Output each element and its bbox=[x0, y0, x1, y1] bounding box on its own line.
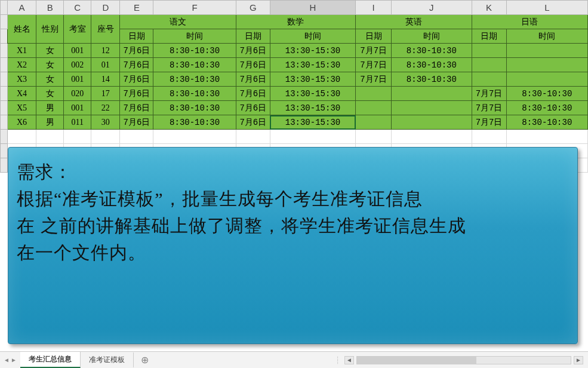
cell-K5[interactable] bbox=[472, 58, 506, 72]
sheet-tab-summary[interactable]: 考生汇总信息 bbox=[20, 352, 81, 368]
cell-B7[interactable]: 女 bbox=[36, 87, 64, 101]
cell-H9[interactable]: 13:30-15:30 bbox=[270, 115, 355, 130]
hdr-subject-3[interactable]: 日语 bbox=[472, 15, 588, 29]
cell-J7[interactable] bbox=[392, 87, 472, 101]
select-all-corner[interactable] bbox=[1, 1, 8, 15]
cell-L6[interactable] bbox=[506, 72, 587, 87]
cell-G5[interactable]: 7月6日 bbox=[236, 58, 270, 72]
cell-I8[interactable] bbox=[356, 101, 392, 115]
cell-L8[interactable]: 8:30-10:30 bbox=[506, 101, 587, 115]
cell-E9[interactable]: 7月6日 bbox=[120, 115, 153, 130]
cell-J6[interactable]: 8:30-10:30 bbox=[392, 72, 472, 87]
cell-F7[interactable]: 8:30-10:30 bbox=[153, 87, 236, 101]
cell-I9[interactable] bbox=[356, 115, 392, 130]
cell-D6[interactable]: 14 bbox=[91, 72, 120, 87]
cell-K4[interactable] bbox=[472, 44, 506, 58]
cell-I10[interactable] bbox=[356, 130, 392, 144]
hdr-time-0[interactable]: 时间 bbox=[153, 29, 236, 44]
cell-E4[interactable]: 7月6日 bbox=[120, 44, 153, 58]
cell-B10[interactable] bbox=[36, 130, 64, 144]
cell-K7[interactable]: 7月7日 bbox=[472, 87, 506, 101]
cell-A4[interactable]: X1 bbox=[8, 44, 36, 58]
cell-D5[interactable]: 01 bbox=[91, 58, 120, 72]
col-C[interactable]: C bbox=[64, 1, 91, 15]
cell-J9[interactable] bbox=[392, 115, 472, 130]
row-header-9[interactable] bbox=[1, 115, 8, 130]
cell-D7[interactable]: 17 bbox=[91, 87, 120, 101]
cell-C9[interactable]: 011 bbox=[64, 115, 91, 130]
hdr-date-2[interactable]: 日期 bbox=[356, 29, 392, 44]
cell-J8[interactable] bbox=[392, 101, 472, 115]
row-header-6[interactable] bbox=[1, 72, 8, 87]
col-I[interactable]: I bbox=[356, 1, 392, 15]
cell-D10[interactable] bbox=[91, 130, 120, 144]
cell-H6[interactable]: 13:30-15:30 bbox=[270, 72, 355, 87]
cell-I5[interactable]: 7月7日 bbox=[356, 58, 392, 72]
row-header-7[interactable] bbox=[1, 87, 8, 101]
cell-G4[interactable]: 7月6日 bbox=[236, 44, 270, 58]
cell-A10[interactable] bbox=[8, 130, 36, 144]
row-header-11[interactable] bbox=[1, 144, 8, 158]
hdr-date-3[interactable]: 日期 bbox=[472, 29, 506, 44]
cell-G10[interactable] bbox=[236, 130, 270, 144]
cell-I4[interactable]: 7月7日 bbox=[356, 44, 392, 58]
hdr-date-1[interactable]: 日期 bbox=[236, 29, 270, 44]
cell-G7[interactable]: 7月6日 bbox=[236, 87, 270, 101]
cell-L9[interactable]: 8:30-10:30 bbox=[506, 115, 587, 130]
add-sheet-button[interactable]: ⊕ bbox=[134, 354, 156, 366]
hdr-subject-1[interactable]: 数学 bbox=[236, 15, 355, 29]
cell-F8[interactable]: 8:30-10:30 bbox=[153, 101, 236, 115]
cell-I7[interactable] bbox=[356, 87, 392, 101]
cell-H10[interactable] bbox=[270, 130, 355, 144]
cell-J10[interactable] bbox=[392, 130, 472, 144]
cell-H4[interactable]: 13:30-15:30 bbox=[270, 44, 355, 58]
cell-L5[interactable] bbox=[506, 58, 587, 72]
hdr-date-0[interactable]: 日期 bbox=[120, 29, 153, 44]
hdr-subject-0[interactable]: 语文 bbox=[120, 15, 236, 29]
col-B[interactable]: B bbox=[36, 1, 64, 15]
cell-C6[interactable]: 001 bbox=[64, 72, 91, 87]
cell-D8[interactable]: 22 bbox=[91, 101, 120, 115]
tab-nav-prev-icon[interactable]: ◄ bbox=[4, 357, 10, 363]
cell-E7[interactable]: 7月6日 bbox=[120, 87, 153, 101]
col-E[interactable]: E bbox=[120, 1, 153, 15]
cell-B6[interactable]: 女 bbox=[36, 72, 64, 87]
cell-C10[interactable] bbox=[64, 130, 91, 144]
tab-nav-arrows[interactable]: ◄ ► bbox=[0, 357, 20, 363]
col-K[interactable]: K bbox=[472, 1, 506, 15]
hscroll-right-button[interactable]: ► bbox=[574, 356, 583, 364]
row-header-8[interactable] bbox=[1, 101, 8, 115]
col-L[interactable]: L bbox=[506, 1, 587, 15]
cell-G6[interactable]: 7月6日 bbox=[236, 72, 270, 87]
hdr-gender[interactable]: 性别 bbox=[36, 15, 64, 44]
cell-J4[interactable]: 8:30-10:30 bbox=[392, 44, 472, 58]
cell-H7[interactable]: 13:30-15:30 bbox=[270, 87, 355, 101]
row-header-10[interactable] bbox=[1, 130, 8, 144]
hscroll-thumb[interactable] bbox=[357, 357, 476, 364]
cell-H8[interactable]: 13:30-15:30 bbox=[270, 101, 355, 115]
cell-E5[interactable]: 7月6日 bbox=[120, 58, 153, 72]
col-G[interactable]: G bbox=[236, 1, 270, 15]
sheet-tab-template[interactable]: 准考证模板 bbox=[81, 352, 134, 367]
col-D[interactable]: D bbox=[91, 1, 120, 15]
cell-B5[interactable]: 女 bbox=[36, 58, 64, 72]
cell-C8[interactable]: 001 bbox=[64, 101, 91, 115]
cell-K10[interactable] bbox=[472, 130, 506, 144]
hdr-time-2[interactable]: 时间 bbox=[392, 29, 472, 44]
hdr-name[interactable]: 姓名 bbox=[8, 15, 36, 44]
cell-I6[interactable]: 7月7日 bbox=[356, 72, 392, 87]
cell-F10[interactable] bbox=[153, 130, 236, 144]
hdr-time-3[interactable]: 时间 bbox=[506, 29, 587, 44]
cell-K9[interactable]: 7月7日 bbox=[472, 115, 506, 130]
cell-A5[interactable]: X2 bbox=[8, 58, 36, 72]
row-header-5[interactable] bbox=[1, 58, 8, 72]
cell-B9[interactable]: 男 bbox=[36, 115, 64, 130]
cell-K6[interactable] bbox=[472, 72, 506, 87]
cell-E8[interactable]: 7月6日 bbox=[120, 101, 153, 115]
cell-G9[interactable]: 7月6日 bbox=[236, 115, 270, 130]
cell-C4[interactable]: 001 bbox=[64, 44, 91, 58]
cell-L10[interactable] bbox=[506, 130, 587, 144]
hdr-room[interactable]: 考室 bbox=[64, 15, 91, 44]
hdr-seat[interactable]: 座号 bbox=[91, 15, 120, 44]
cell-E6[interactable]: 7月6日 bbox=[120, 72, 153, 87]
